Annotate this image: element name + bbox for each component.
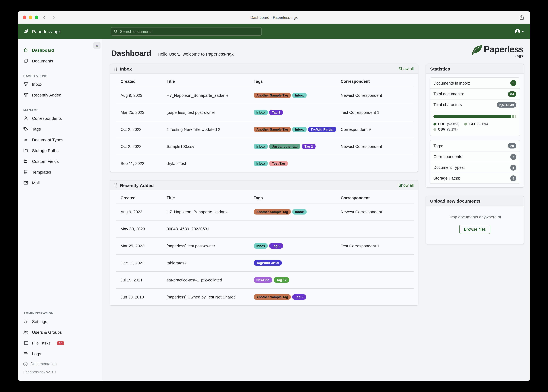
gear-icon: [23, 319, 28, 324]
sidebar-item-label: Users & Groups: [32, 330, 62, 335]
table-row[interactable]: Oct 2, 2022 1 Testing New Title Updated …: [116, 121, 414, 138]
sidebar-item-settings[interactable]: Settings: [18, 316, 102, 327]
cell-tags: InboxTest Tag: [254, 160, 341, 167]
sidebar-item-templates[interactable]: Templates: [18, 167, 102, 177]
table-row[interactable]: Jun 30, 2018 [paperless] Owned by Test N…: [116, 288, 414, 305]
share-icon[interactable]: [519, 15, 524, 20]
tag-badge[interactable]: Inbox: [254, 243, 268, 249]
legend-item: CSV(3.1%): [433, 127, 458, 132]
sidebar-collapse-button[interactable]: [93, 42, 101, 49]
tag-badge[interactable]: Tag 2: [302, 144, 316, 149]
documentation-link[interactable]: Documentation: [18, 359, 102, 368]
stat-value-badge: 5: [510, 80, 516, 86]
cell-tags: TagWithPartial: [254, 260, 341, 266]
cell-correspondent[interactable]: Correspondent 9: [341, 127, 414, 132]
sidebar-item-storage-paths[interactable]: Storage Paths: [18, 145, 102, 156]
sidebar-item-documents[interactable]: Documents: [18, 56, 102, 66]
tag-badge[interactable]: Tag 12: [274, 277, 289, 283]
tag-badge[interactable]: TagWithPartial: [254, 260, 282, 266]
card-title: Inbox: [120, 66, 132, 71]
tag-badge[interactable]: NewOne: [254, 277, 272, 283]
browser-back-icon[interactable]: [43, 15, 47, 20]
cell-created: Oct 2, 2022: [116, 127, 167, 132]
table-row[interactable]: Jul 19, 2021 sat-practice-test-1_pt2-col…: [116, 271, 414, 288]
table-row[interactable]: Sep 11, 2022 drylab Test InboxTest Tag: [116, 155, 414, 172]
tag-badge[interactable]: Tag 2: [292, 294, 306, 300]
browse-files-button[interactable]: Browse files: [460, 225, 490, 234]
tag-badge[interactable]: Just another tag: [269, 144, 300, 149]
cell-correspondent[interactable]: Newest Correspondent: [341, 144, 414, 149]
tag-badge[interactable]: Another Sample Tag: [254, 127, 291, 132]
sidebar-item-users-groups[interactable]: Users & Groups: [18, 327, 102, 338]
upload-dropzone[interactable]: Drop documents anywhere or Browse files: [426, 206, 524, 244]
stat-row: Tags: 28: [430, 140, 520, 151]
sidebar-item-file-tasks[interactable]: File Tasks 16: [18, 338, 102, 348]
table-row[interactable]: Aug 9, 2023 H7_Napoleon_Bonaparte_zadani…: [116, 203, 414, 220]
table-row[interactable]: Oct 2, 2022 Sample100.csv InboxJust anot…: [116, 138, 414, 155]
tag-badge[interactable]: TagWithPartial: [308, 127, 336, 132]
sidebar-item-mail[interactable]: Mail: [18, 177, 102, 188]
cell-correspondent[interactable]: Newest Correspondent: [341, 93, 414, 98]
sidebar-item-label: File Tasks: [32, 341, 50, 345]
stat-row: Document Types: 5: [430, 162, 520, 173]
table-row[interactable]: Dec 11, 2022 tablerates2 TagWithPartial: [116, 254, 414, 271]
logo-suffix: -ngx: [515, 54, 523, 58]
tag-badge[interactable]: Another Sample Tag: [254, 93, 291, 98]
sidebar-item-custom-fields[interactable]: Custom Fields: [18, 156, 102, 167]
browser-forward-icon[interactable]: [51, 15, 56, 20]
user-menu[interactable]: [514, 24, 524, 39]
legend-percent: (3.1%): [477, 122, 488, 126]
tag-badge[interactable]: Tag 2: [269, 110, 283, 115]
tag-badge[interactable]: Another Sample Tag: [254, 209, 291, 215]
drag-handle-icon[interactable]: [114, 66, 117, 71]
content-area: Dashboard Documents SAVED VIEWS Inbox Re…: [18, 39, 530, 381]
tag-badge[interactable]: Inbox: [254, 110, 268, 115]
tag-badge[interactable]: Inbox: [292, 209, 306, 215]
table-row[interactable]: Mar 25, 2023 [paperless] test post-owner…: [116, 104, 414, 121]
sidebar-item-inbox[interactable]: Inbox: [18, 79, 102, 90]
sidebar-item-correspondents[interactable]: Correspondents: [18, 113, 102, 124]
stat-value-badge: 4: [510, 175, 516, 181]
card-title: Statistics: [430, 66, 450, 71]
search-box[interactable]: [111, 27, 262, 35]
sidebar-item-logs[interactable]: Logs: [18, 348, 102, 359]
sidebar-item-recently-added[interactable]: Recently Added: [18, 90, 102, 100]
page-header: Dashboard Hello User2, welcome to Paperl…: [110, 39, 524, 64]
cell-correspondent[interactable]: Test Correspondent 1: [341, 110, 414, 115]
sidebar-item-document-types[interactable]: Document Types: [18, 134, 102, 145]
tag-badge[interactable]: Tag 2: [269, 243, 283, 249]
cell-created: Mar 25, 2023: [116, 110, 167, 115]
sidebar-item-label: Dashboard: [32, 48, 54, 53]
tag-badge[interactable]: Inbox: [254, 161, 268, 166]
minimize-window-button[interactable]: [29, 15, 32, 19]
documentation-label: Documentation: [30, 362, 57, 366]
brand[interactable]: Paperless-ngx: [18, 28, 61, 34]
table-row[interactable]: May 30, 2023 0004814539_20230531: [116, 220, 414, 237]
cell-tags: InboxJust another tagTag 2: [254, 143, 341, 150]
tag-badge[interactable]: Test Tag: [269, 161, 288, 166]
cell-title: tablerates2: [167, 261, 254, 265]
sidebar-item-label: Documents: [32, 59, 53, 63]
tag-badge[interactable]: Inbox: [254, 144, 268, 149]
cell-correspondent[interactable]: Newest Correspondent: [341, 210, 414, 214]
list-tasks-icon: [23, 341, 28, 345]
sidebar-item-dashboard[interactable]: Dashboard: [18, 45, 102, 56]
close-window-button[interactable]: [23, 15, 26, 19]
progress-segment-csv: [515, 115, 516, 118]
recently-added-show-all-link[interactable]: Show all: [398, 183, 414, 188]
drag-handle-icon[interactable]: [114, 183, 117, 188]
tag-badge[interactable]: Inbox: [292, 93, 306, 98]
column-header-correspondent: Correspondent: [341, 79, 414, 84]
sidebar-item-tags[interactable]: Tags: [18, 124, 102, 134]
table-row[interactable]: Mar 25, 2023 [paperless] test post-owner…: [116, 237, 414, 254]
app-window: Dashboard - Paperless-ngx Paperless-ngx: [18, 11, 530, 381]
cell-correspondent[interactable]: Test Correspondent 1: [341, 244, 414, 248]
search-input[interactable]: [120, 29, 259, 34]
cell-tags: InboxTag 2: [254, 109, 341, 116]
tag-badge[interactable]: Another Sample Tag: [254, 294, 291, 300]
inbox-show-all-link[interactable]: Show all: [398, 66, 414, 71]
tag-badge[interactable]: Inbox: [292, 127, 306, 132]
table-row[interactable]: Aug 9, 2023 H7_Napoleon_Bonaparte_zadani…: [116, 87, 414, 104]
folder-icon: [23, 148, 28, 153]
zoom-window-button[interactable]: [35, 15, 38, 19]
